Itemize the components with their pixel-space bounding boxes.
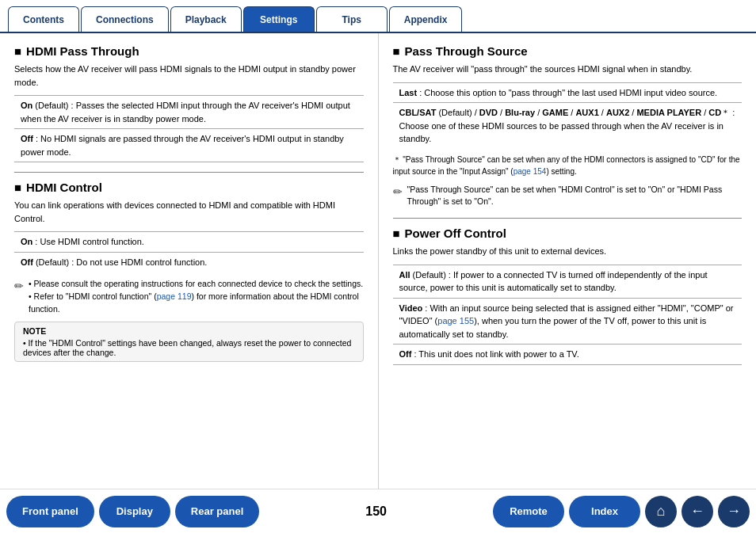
tab-contents[interactable]: Contents [8, 6, 79, 32]
tab-settings[interactable]: Settings [243, 6, 315, 32]
pencil-icon-2: ✏ [393, 184, 403, 200]
pencil-note-pass-through: ✏ "Pass Through Source" can be set when … [393, 184, 743, 209]
pass-through-source-title: Pass Through Source [393, 44, 743, 58]
asterisk-note: ＊ "Pass Through Source" can be set when … [393, 154, 743, 177]
page-154-link[interactable]: page 154 [514, 167, 547, 176]
section-divider-2 [393, 218, 743, 219]
hdmi-pass-through-title: HDMI Pass Through [14, 44, 364, 58]
page-119-link[interactable]: page 119 [157, 291, 192, 301]
power-off-control-body: Links the power standby of this unit to … [393, 245, 743, 258]
main-content: HDMI Pass Through Selects how the AV rec… [0, 33, 756, 489]
remote-button[interactable]: Remote [493, 496, 564, 527]
home-button[interactable]: ⌂ [645, 496, 677, 527]
tab-playback[interactable]: Playback [170, 6, 242, 32]
pass-through-cblsat-row: CBL/SAT (Default) / DVD / Blu-ray / GAME… [393, 102, 743, 149]
pencil-note-hdmi-control: ✏ Please consult the operating instructi… [14, 278, 364, 315]
right-column: Pass Through Source The AV receiver will… [379, 33, 757, 489]
hdmi-pass-through-body: Selects how the AV receiver will pass HD… [14, 63, 364, 89]
arrow-left-icon: ← [690, 503, 704, 520]
power-off-video-row: Video : With an input source being selec… [393, 298, 743, 345]
left-column: HDMI Pass Through Selects how the AV rec… [0, 33, 379, 489]
pass-through-last-row: Last : Choose this option to "pass throu… [393, 82, 743, 103]
hdmi-control-on-row: On : Use HDMI control function. [14, 231, 364, 252]
power-off-off-row: Off : This unit does not link with power… [393, 344, 743, 365]
tab-tips[interactable]: Tips [316, 6, 388, 32]
power-off-control-section: Power Off Control Links the power standb… [393, 227, 743, 365]
hdmi-pass-through-on-row: On (Default) : Passes the selected HDMI … [14, 95, 364, 128]
page-155-link[interactable]: page 155 [437, 316, 474, 326]
section-divider-1 [14, 172, 364, 173]
forward-button[interactable]: → [718, 496, 750, 527]
bottom-left-buttons: Front panel Display Rear panel [0, 496, 259, 527]
hdmi-control-note-box: NOTE • If the "HDMI Control" settings ha… [14, 322, 364, 362]
bottom-right-buttons: Remote Index ⌂ ← → [493, 496, 756, 527]
index-button[interactable]: Index [569, 496, 640, 527]
arrow-right-icon: → [727, 503, 741, 520]
display-button[interactable]: Display [99, 496, 170, 527]
hdmi-control-title: HDMI Control [14, 181, 364, 194]
home-icon: ⌂ [657, 503, 666, 520]
rear-panel-button[interactable]: Rear panel [175, 496, 259, 527]
front-panel-button[interactable]: Front panel [6, 496, 94, 527]
pass-through-source-body: The AV receiver will "pass through" the … [393, 63, 743, 76]
tab-appendix[interactable]: Appendix [389, 6, 463, 32]
power-off-control-title: Power Off Control [393, 227, 743, 240]
hdmi-pass-through-off-row: Off : No HDMI signals are passed through… [14, 128, 364, 162]
power-off-all-row: All (Default) : If power to a connected … [393, 265, 743, 298]
hdmi-control-off-row: Off (Default) : Do not use HDMI control … [14, 252, 364, 272]
back-button[interactable]: ← [682, 496, 713, 527]
pencil-icon: ✏ [14, 278, 24, 295]
nav-tabs: Contents Connections Playback Settings T… [0, 0, 756, 33]
tab-connections[interactable]: Connections [81, 6, 169, 32]
hdmi-control-section: HDMI Control You can link operations wit… [14, 181, 364, 362]
pass-through-source-section: Pass Through Source The AV receiver will… [393, 44, 743, 208]
hdmi-pass-through-section: HDMI Pass Through Selects how the AV rec… [14, 44, 364, 162]
hdmi-control-body: You can link operations with devices con… [14, 199, 364, 225]
bottom-bar: Front panel Display Rear panel 150 Remot… [0, 489, 756, 533]
page-number: 150 [259, 504, 493, 519]
